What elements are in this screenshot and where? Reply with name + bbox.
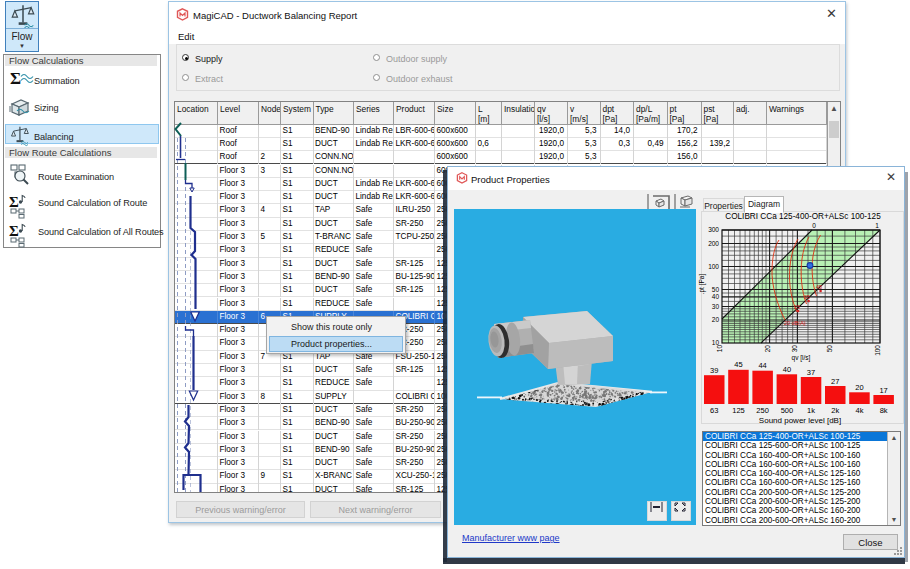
svg-text:1k: 1k: [807, 406, 815, 415]
svg-text:25: 25: [794, 304, 800, 310]
svg-text:17: 17: [879, 386, 887, 395]
svg-text:1: 1: [875, 222, 879, 229]
svg-text:qv [l/s]: qv [l/s]: [792, 354, 811, 362]
svg-text:40: 40: [783, 365, 791, 374]
svg-text:20: 20: [764, 345, 771, 353]
svg-text:10: 10: [716, 345, 723, 353]
svg-text:0: 0: [812, 222, 816, 229]
svg-text:37: 37: [807, 368, 815, 377]
svg-text:27: 27: [831, 377, 839, 386]
svg-text:125: 125: [732, 406, 745, 415]
svg-text:30: 30: [791, 345, 798, 353]
svg-text:63: 63: [710, 406, 718, 415]
svg-text:250: 250: [756, 406, 769, 415]
svg-text:20 dB(A): 20 dB(A): [784, 320, 806, 326]
svg-text:500: 500: [781, 406, 794, 415]
svg-text:45: 45: [734, 360, 742, 369]
svg-text:50: 50: [826, 345, 833, 353]
svg-text:50: 50: [712, 286, 720, 293]
svg-text:2k: 2k: [831, 406, 839, 415]
svg-text:44: 44: [758, 361, 766, 370]
svg-text:20: 20: [712, 316, 720, 323]
svg-text:200: 200: [708, 240, 719, 247]
svg-text:35: 35: [804, 294, 810, 300]
svg-text:8k: 8k: [880, 406, 888, 415]
svg-text:4k: 4k: [856, 406, 864, 415]
svg-text:45: 45: [816, 284, 822, 290]
svg-text:20: 20: [855, 383, 863, 392]
svg-text:39: 39: [710, 366, 718, 375]
svg-text:.pt [Pa]: .pt [Pa]: [698, 274, 706, 295]
svg-text:100: 100: [708, 263, 719, 270]
svg-text:Sound power level [dB]: Sound power level [dB]: [759, 416, 841, 425]
svg-text:40: 40: [712, 293, 720, 300]
svg-text:30: 30: [712, 303, 720, 310]
svg-text:100: 100: [874, 345, 881, 356]
svg-text:COLIBRI CCa 125-400-OR+ALSc 10: COLIBRI CCa 125-400-OR+ALSc 100-125: [725, 212, 881, 221]
svg-text:300: 300: [708, 226, 719, 233]
